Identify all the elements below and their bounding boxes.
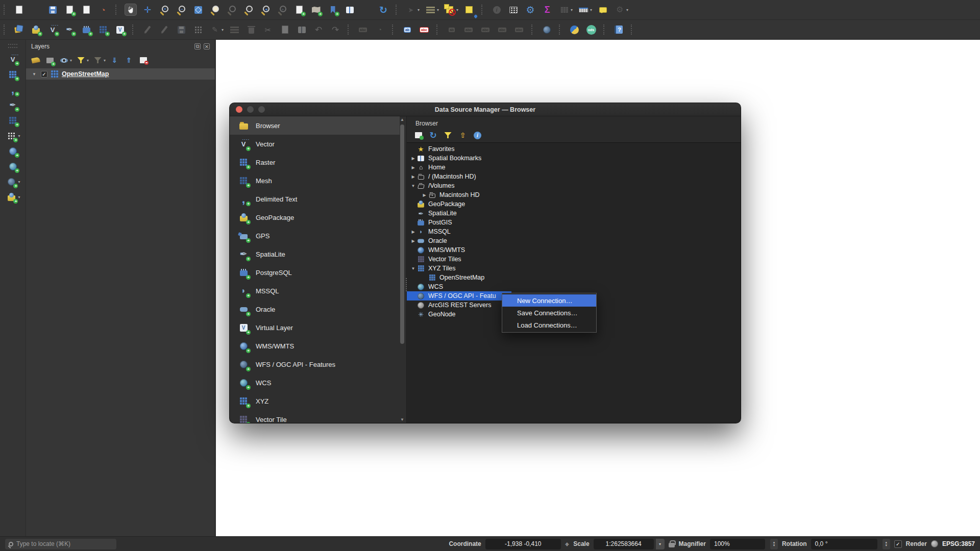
help-contents-icon[interactable]: ?	[612, 23, 625, 36]
manage-map-themes-dropdown-icon[interactable]: ▾	[70, 58, 72, 63]
add-virtual-layer-icon[interactable]: V	[114, 23, 126, 36]
source-type-postgresql[interactable]: PostgreSQL	[230, 263, 400, 282]
filter-by-expression-dropdown-icon[interactable]: ▾	[104, 58, 106, 63]
open-attribute-table-dropdown-icon[interactable]: ▾	[571, 8, 573, 12]
save-project-icon[interactable]	[46, 4, 59, 16]
zoom-in-icon[interactable]: +	[158, 4, 170, 16]
expander-icon[interactable]: ▶	[410, 239, 416, 243]
select-features-icon[interactable]: ➤	[405, 4, 417, 16]
expander-icon[interactable]: ▶	[410, 165, 416, 170]
show-statistical-summary-icon[interactable]: Σ	[541, 4, 553, 16]
style-manager-icon[interactable]: ◔	[97, 4, 109, 16]
copy-features-icon[interactable]	[279, 23, 291, 36]
new-spatial-bookmark-icon[interactable]	[327, 4, 339, 16]
tree-item-macintosh-hd[interactable]: ▶Macintosh HD	[407, 190, 741, 199]
tree-item-home[interactable]: ▶⌂Home	[407, 163, 741, 172]
extents-toggle-icon[interactable]: ⌖	[565, 540, 569, 548]
measure-line-dropdown-icon[interactable]: ▾	[590, 8, 592, 12]
zoom-to-native-resolution-icon[interactable]: 1:1	[242, 4, 255, 16]
crs-globe-icon[interactable]	[931, 540, 938, 547]
coordinate-input[interactable]: -1,938 -0,410	[485, 539, 561, 549]
modify-attributes-icon[interactable]	[228, 23, 240, 36]
redo-icon[interactable]: ↷	[329, 23, 341, 36]
tree-item-mssql[interactable]: ▶◗MSSQL	[407, 227, 741, 236]
add-spatialite-layer-icon[interactable]: ✒	[7, 99, 19, 111]
open-layer-styling-icon[interactable]	[30, 55, 41, 66]
rotation-stepper[interactable]: ▲▼	[883, 539, 890, 549]
menu-item-load-connections-[interactable]: Load Connections…	[502, 319, 596, 331]
magnifier-input[interactable]: 100%	[710, 539, 765, 549]
layer-diagram-options-icon[interactable]: ◔	[374, 23, 386, 36]
source-type-spatialite[interactable]: ✒SpatiaLite	[230, 245, 400, 263]
highlight-pinned-labels-icon[interactable]: ab	[401, 23, 413, 36]
add-postgis-layer-icon[interactable]	[80, 23, 92, 36]
undo-icon[interactable]: ↶	[312, 23, 325, 36]
show-hide-labels-icon[interactable]: abc	[462, 23, 475, 36]
locate-search-input[interactable]: Type to locate (⌘K)	[5, 539, 116, 549]
add-wfs-layer-icon[interactable]	[5, 176, 17, 188]
layer-name[interactable]: OpenStreetMap	[62, 70, 109, 78]
add-wcs-layer-icon[interactable]	[7, 160, 19, 172]
select-by-expression-icon[interactable]	[424, 4, 436, 16]
add-geopackage-layer-icon[interactable]	[30, 23, 42, 36]
layer-expander-icon[interactable]: ▾	[31, 71, 37, 77]
expander-icon[interactable]: ▼	[410, 266, 416, 271]
scale-input[interactable]: 1:262583664	[594, 539, 654, 549]
zoom-last-icon[interactable]: ◂	[259, 4, 272, 16]
lock-scale-icon[interactable]	[669, 543, 675, 547]
source-type-oracle[interactable]: Oracle	[230, 300, 400, 318]
add-selected-layers-icon[interactable]	[413, 130, 424, 141]
tree-item-vector-tiles[interactable]: Vector Tiles	[407, 255, 741, 264]
crs-status[interactable]: EPSG:3857	[942, 540, 975, 547]
metasearch-icon[interactable]	[541, 23, 553, 36]
change-label-properties-icon[interactable]: abc	[513, 23, 525, 36]
select-by-expression-dropdown-icon[interactable]: ▾	[437, 8, 439, 12]
add-wms-layer-icon[interactable]	[7, 145, 19, 157]
rotation-input[interactable]: 0,0 °	[811, 539, 877, 549]
menu-item-new-connection-[interactable]: New Connection…	[502, 294, 596, 307]
expander-icon[interactable]: ▶	[421, 193, 428, 197]
tree-item-spatialite[interactable]: ✒SpatiaLite	[407, 209, 741, 218]
magnifier-stepper[interactable]: ▲▼	[770, 539, 778, 549]
add-arcgis-rest-layer-dropdown-icon[interactable]: ▾	[18, 195, 20, 199]
tree-item-wms-wmts[interactable]: WMS/WMTS	[407, 245, 741, 255]
source-type-delimited-text[interactable]: ,Delimited Text	[230, 190, 400, 208]
filter-by-expression-icon[interactable]	[92, 55, 103, 66]
data-source-manager-icon[interactable]	[13, 23, 25, 36]
layer-row-openstreetmap[interactable]: ▾ ✓ OpenStreetMap	[26, 68, 215, 80]
manage-map-themes-icon[interactable]	[59, 55, 69, 66]
show-layout-manager-icon[interactable]	[80, 4, 92, 16]
layer-visibility-checkbox[interactable]: ✓	[41, 71, 47, 78]
list-scrollbar[interactable]: ▲ ▼	[400, 117, 405, 422]
source-type-gps[interactable]: GPS	[230, 227, 400, 245]
float-panel-icon[interactable]: ⧉	[194, 43, 201, 49]
new-3d-map-view-icon[interactable]	[310, 4, 322, 16]
tree-item-favorites[interactable]: ★Favorites	[407, 144, 741, 154]
source-type-vector-tile[interactable]: Vector Tile	[230, 410, 400, 423]
expander-icon[interactable]: ▶	[410, 156, 416, 161]
menu-item-save-connections-[interactable]: Save Connections…	[502, 307, 596, 319]
source-type-wcs[interactable]: WCS	[230, 373, 400, 392]
expander-icon[interactable]: ▶	[410, 174, 416, 179]
add-wfs-layer-dropdown-icon[interactable]: ▾	[18, 180, 20, 184]
filter-browser-icon[interactable]	[443, 130, 453, 141]
ods-plugin-icon[interactable]: ods	[585, 23, 597, 36]
open-project-icon[interactable]	[30, 4, 42, 16]
source-type-xyz[interactable]: XYZ	[230, 392, 400, 410]
digitize-with-segment-icon[interactable]	[192, 23, 204, 36]
new-map-view-icon[interactable]	[293, 4, 305, 16]
tree-item-oracle[interactable]: ▶Oracle	[407, 236, 741, 245]
source-type-wms-wmts[interactable]: WMS/WMTS	[230, 337, 400, 355]
source-type-raster[interactable]: Raster	[230, 153, 400, 171]
source-type-mssql[interactable]: ◗MSSQL	[230, 282, 400, 300]
new-project-icon[interactable]	[13, 4, 25, 16]
add-raster-layer-icon[interactable]	[7, 68, 19, 81]
select-features-dropdown-icon[interactable]: ▾	[418, 8, 420, 12]
add-arcgis-rest-layer-icon[interactable]	[5, 191, 17, 203]
current-edits-icon[interactable]	[141, 23, 154, 36]
deselect-all-dropdown-icon[interactable]: ▾	[456, 8, 458, 12]
cut-features-icon[interactable]: ✂	[262, 23, 274, 36]
zoom-out-icon[interactable]: −	[175, 4, 187, 16]
collapse-all-browser-icon[interactable]: ⇧	[457, 130, 468, 141]
scale-dropdown-icon[interactable]: ▾	[656, 539, 665, 549]
